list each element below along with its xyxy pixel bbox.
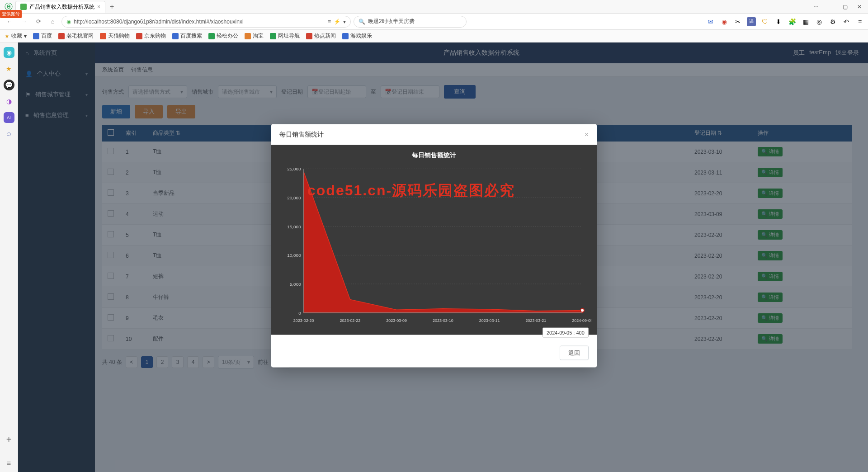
side-add-icon[interactable]: + — [6, 434, 12, 445]
browser-titlebar: ⓔ 产品销售收入数据分析系统 × + ⋯ — ▢ ✕ — [0, 0, 868, 14]
bookmark-icon — [172, 33, 179, 39]
svg-text:15,000: 15,000 — [287, 224, 301, 229]
bookmark-item[interactable]: 京东购物 — [136, 32, 166, 40]
chevron-down-icon: ▾ — [24, 33, 27, 39]
svg-point-12 — [580, 309, 584, 312]
svg-text:2023-03-21: 2023-03-21 — [526, 318, 547, 323]
side-star-icon[interactable]: ★ — [4, 63, 14, 74]
bookmark-item[interactable]: 热点新闻 — [306, 32, 336, 40]
settings-gear-icon[interactable]: ⚙ — [828, 17, 837, 26]
extensions-icon[interactable]: 🧩 — [788, 17, 797, 26]
security-shield-icon: ◉ — [66, 19, 71, 25]
url-flash-icon: ⚡ — [334, 19, 340, 25]
search-icon: 🔍 — [359, 19, 365, 25]
bookmark-fav[interactable]: ★收藏▾ — [5, 32, 27, 40]
svg-text:2023-02-20: 2023-02-20 — [293, 318, 314, 323]
bookmark-item[interactable]: 百度搜索 — [172, 32, 202, 40]
window-maximize-icon[interactable]: ▢ — [838, 2, 852, 12]
chart-tooltip: 2024-09-05 : 400 — [542, 328, 589, 338]
target-icon[interactable]: ◎ — [815, 17, 824, 26]
bookmark-item[interactable]: 游戏娱乐 — [342, 32, 372, 40]
url-input[interactable]: ◉ http://localhost:8080/django61p8r/admi… — [61, 16, 351, 28]
modal-close-icon[interactable]: × — [585, 131, 589, 139]
nav-home-icon[interactable]: ⌂ — [47, 16, 59, 28]
svg-text:0: 0 — [298, 311, 301, 316]
svg-text:10,000: 10,000 — [287, 253, 301, 258]
side-ai-icon[interactable]: ◑ — [4, 96, 14, 107]
modal-back-button[interactable]: 返回 — [560, 346, 589, 360]
bookmark-icon — [136, 33, 142, 39]
url-dropdown-icon[interactable]: ▾ — [343, 19, 346, 25]
side-menu-icon[interactable]: ≡ — [7, 459, 11, 467]
svg-text:2024-09-05: 2024-09-05 — [572, 318, 591, 323]
svg-text:2023-03-10: 2023-03-10 — [433, 318, 453, 323]
bookmark-icon — [100, 33, 106, 39]
bookmark-icon — [208, 33, 215, 39]
side-app-icon[interactable]: ◉ — [4, 47, 14, 58]
browser-tab[interactable]: 产品销售收入数据分析系统 × — [15, 1, 105, 13]
chart-title: 每日销售额统计 — [277, 149, 591, 164]
side-face-icon[interactable]: ☺ — [4, 128, 14, 139]
svg-text:5,000: 5,000 — [290, 282, 301, 287]
url-text: http://localhost:8080/django61p8r/admin/… — [74, 19, 244, 25]
bookmark-icon — [33, 33, 39, 39]
bookmark-item[interactable]: 轻松办公 — [208, 32, 238, 40]
side-chat-icon[interactable]: 💬 — [4, 80, 14, 90]
undo-icon[interactable]: ↶ — [842, 17, 851, 26]
bookmark-item[interactable]: 网址导航 — [270, 32, 300, 40]
search-placeholder: 晚退2时收半天房费 — [368, 18, 415, 25]
svg-text:2023-02-22: 2023-02-22 — [340, 318, 361, 323]
bookmark-item[interactable]: 老毛桃官网 — [58, 32, 94, 40]
bookmark-icon — [58, 33, 65, 39]
svg-text:25,000: 25,000 — [287, 166, 301, 171]
new-tab-button[interactable]: + — [105, 3, 118, 11]
browser-address-bar: ← → ⟳ ⌂ ◉ http://localhost:8080/django61… — [0, 14, 868, 30]
browser-search-input[interactable]: 🔍 晚退2时收半天房费 — [354, 16, 467, 28]
menu-icon[interactable]: ≡ — [855, 17, 864, 26]
chart-container: 每日销售额统计 05,00010,00015,00020,00025,00020… — [271, 145, 597, 335]
translate-icon[interactable]: 译 — [747, 17, 756, 26]
download-icon[interactable]: ⬇ — [774, 17, 783, 26]
window-minimize-icon[interactable]: — — [824, 2, 837, 12]
bookmark-icon — [245, 33, 251, 39]
nav-reload-icon[interactable]: ⟳ — [33, 16, 44, 28]
shield-icon[interactable]: 🛡 — [760, 17, 769, 26]
chart-modal: 每日销售额统计 × 每日销售额统计 05,00010,00015,00020,0… — [271, 124, 597, 368]
browser-sidebar: ◉ ★ 💬 ◑ AI ☺ + ≡ — [0, 42, 18, 472]
tab-title: 产品销售收入数据分析系统 — [29, 3, 94, 11]
bookmark-item[interactable]: 淘宝 — [245, 32, 264, 40]
bookmark-item[interactable]: 百度 — [33, 32, 52, 40]
side-ai2-icon[interactable]: AI — [4, 112, 14, 123]
star-icon: ★ — [5, 33, 9, 39]
tab-favicon-icon — [20, 4, 27, 10]
bookmark-icon — [306, 33, 312, 39]
svg-text:2023-03-09: 2023-03-09 — [386, 318, 407, 323]
bookmark-icon — [342, 33, 349, 39]
bookmarks-bar: ★收藏▾ 百度 老毛桃官网 天猫购物 京东购物 百度搜索 轻松办公 淘宝 网址导… — [0, 30, 868, 42]
login-badge: 登供账号 — [0, 10, 22, 18]
scissors-icon[interactable]: ✂ — [733, 17, 742, 26]
tab-close-icon[interactable]: × — [97, 4, 100, 10]
svg-text:2023-03-11: 2023-03-11 — [479, 318, 500, 323]
chart-svg: 05,00010,00015,00020,00025,0002023-02-20… — [277, 164, 591, 327]
window-menu-icon[interactable]: ⋯ — [809, 2, 823, 12]
url-menu-icon[interactable]: ≡ — [328, 19, 331, 25]
bookmark-item[interactable]: 天猫购物 — [100, 32, 130, 40]
weibo-icon[interactable]: ◉ — [720, 17, 729, 26]
modal-title: 每日销售额统计 — [279, 131, 324, 139]
svg-text:20,000: 20,000 — [287, 195, 301, 200]
apps-icon[interactable]: ▦ — [801, 17, 810, 26]
bookmark-icon — [270, 33, 276, 39]
mail-icon[interactable]: ✉ — [706, 17, 715, 26]
window-close-icon[interactable]: ✕ — [853, 2, 866, 12]
